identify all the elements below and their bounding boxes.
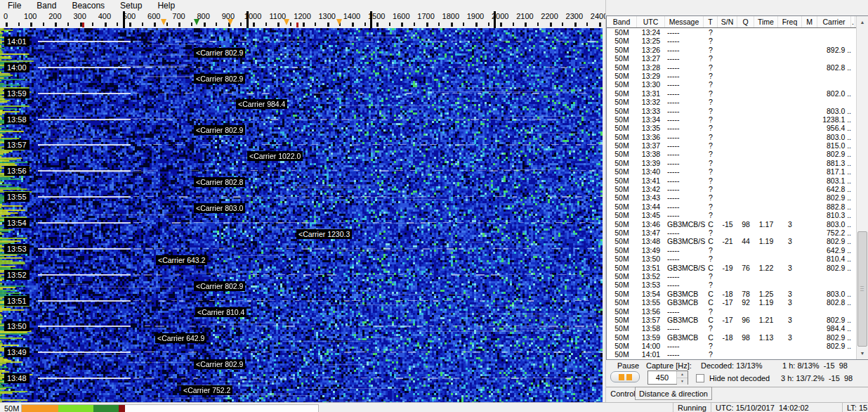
cell (718, 272, 737, 281)
hide-not-decoded-checkbox[interactable] (696, 374, 704, 382)
table-row[interactable]: 50M13:30-----? (607, 80, 856, 89)
cell: ----- (665, 133, 704, 141)
table-row[interactable]: 50M13:44-----?882.8 .. (607, 202, 856, 211)
pause-button[interactable] (610, 371, 640, 382)
table-row[interactable]: 50M13:56-----? (607, 307, 856, 316)
capture-hz-stepper[interactable]: ▲ ▼ (647, 371, 688, 385)
spinner-down-icon[interactable]: ▼ (677, 378, 688, 385)
signal-segment (58, 405, 93, 412)
table-row[interactable]: 50M13:34-----?1238.1 .. (607, 115, 856, 124)
table-row[interactable]: 50M13:35-----?956.4 .. (607, 124, 856, 132)
cell (737, 107, 754, 115)
column-header[interactable]: S/N (718, 16, 737, 27)
cell: 13:43 (637, 193, 665, 202)
cell (754, 28, 778, 37)
cell (737, 72, 754, 80)
column-header[interactable]: Freq (778, 16, 802, 27)
menu-setup[interactable]: Setup (112, 0, 150, 11)
waterfall-canvas[interactable] (0, 28, 603, 402)
cell (737, 28, 754, 37)
cell: -17 (718, 298, 737, 307)
cell (851, 159, 855, 167)
ruler-tick (389, 22, 390, 26)
table-row[interactable]: 50M13:31-----?802.0 .. (607, 89, 856, 98)
table-row[interactable]: 50M13:25-----? (607, 37, 856, 45)
table-row[interactable]: 50M13:24-----? (607, 28, 856, 37)
cell: 803.0 .. (817, 133, 851, 141)
waterfall-time-label: 13:51 (4, 296, 29, 306)
cell: 96 (737, 316, 754, 324)
table-row[interactable]: 50M13:52-----? (607, 272, 856, 281)
column-header[interactable]: M (802, 16, 817, 27)
cell: 642.9 .. (817, 246, 851, 255)
tab-control[interactable]: Control (607, 390, 638, 398)
cell (737, 350, 754, 359)
table-row[interactable]: 50M13:47-----?752.2 .. (607, 228, 856, 237)
table-row[interactable]: 50M13:26-----?892.9 .. (607, 46, 856, 54)
table-row[interactable]: 50M13:42-----?642.8 .. (607, 185, 856, 193)
cell: 13:46 (637, 220, 665, 228)
table-row[interactable]: 50M13:57GB3MCBC-17961.213802.9 .. (607, 316, 856, 324)
column-header[interactable]: Q (737, 16, 754, 27)
spinner-up-icon[interactable]: ▲ (677, 371, 688, 378)
scrollbar-thumb[interactable]: ─── (857, 231, 867, 347)
table-row[interactable]: 50M13:55GB3MCBC-17921.193802.8 .. (607, 298, 856, 307)
capture-hz-input[interactable] (648, 371, 676, 384)
table-row[interactable]: 50M13:51GB3MCB/SC-19761.223802.9 .. (607, 264, 856, 272)
tab-distance-direction[interactable]: Distance & direction (635, 387, 712, 400)
cell: 13:44 (637, 202, 665, 211)
menu-help[interactable]: Help (150, 0, 183, 11)
ruler-tick (574, 22, 577, 27)
column-header[interactable]: Band (607, 16, 637, 27)
cell (802, 124, 817, 132)
table-row[interactable]: 50M13:38-----?802.9 .. (607, 150, 856, 158)
waterfall-display[interactable]: 14:0114:0013:5913:5813:5713:5613:5513:54… (0, 28, 603, 402)
table-scrollbar[interactable]: ▲ ─── ▼ (856, 16, 868, 359)
cell (778, 202, 802, 211)
menu-band[interactable]: Band (29, 0, 64, 11)
ruler-tick (216, 22, 217, 26)
table-row[interactable]: 50M13:48GB3MCB/SC-21441.193802.9 .. (607, 237, 856, 245)
table-row[interactable]: 50M13:27-----? (607, 54, 856, 63)
table-row[interactable]: 50M13:49-----?642.9 .. (607, 246, 856, 255)
spinner-buttons[interactable]: ▲ ▼ (676, 371, 688, 384)
menu-file[interactable]: File (0, 0, 29, 11)
cell: 802.9 .. (817, 316, 851, 324)
column-header[interactable]: UTC (637, 16, 665, 27)
table-row[interactable]: 50M13:36-----?803.0 .. (607, 133, 856, 141)
table-row[interactable]: 50M13:50-----?810.4 .. (607, 255, 856, 263)
scroll-down-icon[interactable]: ▼ (857, 347, 868, 359)
cell: ----- (665, 37, 704, 45)
table-row[interactable]: 50M13:40-----?817.1 .. (607, 167, 856, 176)
cell (851, 333, 855, 342)
table-row[interactable]: 50M13:45-----?810.3 .. (607, 211, 856, 219)
column-header[interactable]: Message (665, 16, 704, 27)
column-header[interactable]: . (851, 16, 855, 27)
table-row[interactable]: 50M14:01-----? (607, 350, 856, 359)
menu-beacons[interactable]: Beacons (64, 0, 112, 11)
column-header[interactable]: Time (754, 16, 778, 27)
scroll-up-icon[interactable]: ▲ (857, 16, 868, 28)
table-row[interactable]: 50M13:37-----?815.0 .. (607, 141, 856, 150)
table-row[interactable]: 50M13:54GB3MCBC-18781.253803.0 .. (607, 290, 856, 298)
column-header[interactable]: Carrier (817, 16, 851, 27)
cell (802, 63, 817, 72)
table-row[interactable]: 50M13:41-----?803.1 .. (607, 176, 856, 185)
cell: 50M (607, 281, 637, 289)
column-header[interactable]: T (704, 16, 718, 27)
table-row[interactable]: 50M13:33-----?803.0 .. (607, 107, 856, 115)
table-row[interactable]: 50M13:39-----?881.3 .. (607, 159, 856, 167)
table-row[interactable]: 50M13:58-----?984.4 .. (607, 324, 856, 333)
table-row[interactable]: 50M13:29-----? (607, 72, 856, 80)
table-row[interactable]: 50M13:46GB3MCB/SC-15981.173803.0 .. (607, 220, 856, 228)
table-row[interactable]: 50M13:59GB3MCBC-18981.133802.9 .. (607, 333, 856, 342)
table-row[interactable]: 50M13:53-----? (607, 281, 856, 289)
table-row[interactable]: 50M14:00-----?802.9 .. (607, 342, 856, 350)
cell: ? (704, 80, 718, 89)
ruler-label: 1200 (294, 12, 310, 20)
table-row[interactable]: 50M13:32-----? (607, 98, 856, 106)
table-row[interactable]: 50M13:28-----?802.8 .. (607, 63, 856, 72)
cell: 50M (607, 316, 637, 324)
table-row[interactable]: 50M13:43-----?802.9 .. (607, 193, 856, 202)
signal-segment (22, 405, 58, 412)
